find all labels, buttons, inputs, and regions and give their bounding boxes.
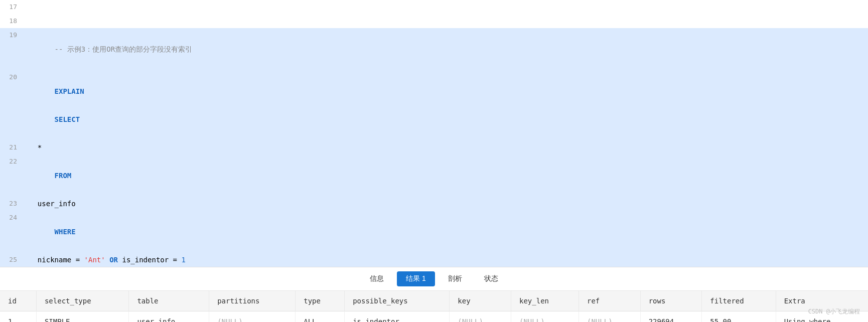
keyword-or: OR — [109, 256, 118, 264]
line-content-20: EXPLAIN SELECT — [25, 70, 868, 140]
line-content-23: user_info — [25, 197, 868, 211]
line-content-21: * — [25, 140, 868, 154]
line-content-24: WHERE — [25, 211, 868, 253]
line-content-22: FROM — [25, 154, 868, 197]
line-num-19: 19 — [0, 28, 25, 70]
keyword-select: SELECT — [55, 115, 80, 123]
code-editor: 17 18 19 -- 示例3：使用OR查询的部分字段没有索引 20 EXPLA… — [0, 0, 868, 267]
col-ref: ref — [579, 291, 641, 311]
cell-key-len: (NULL) — [511, 311, 578, 323]
col-rows: rows — [640, 291, 702, 311]
code-line-20: 20 EXPLAIN SELECT — [0, 70, 868, 140]
string-ant: 'Ant' — [84, 256, 105, 264]
cell-id: 1 — [0, 311, 36, 323]
results-toolbar: 信息 结果 1 剖析 状态 — [0, 267, 868, 291]
line-num-21: 21 — [0, 140, 25, 154]
code-line-18: 18 — [0, 14, 868, 28]
watermark: CSDN @小飞龙编程 — [808, 307, 860, 316]
cell-rows: 229694 — [640, 311, 702, 323]
cell-partitions: (NULL) — [209, 311, 296, 323]
keyword-explain: EXPLAIN — [55, 87, 84, 95]
cell-filtered: 55.00 — [702, 311, 776, 323]
col-key: key — [450, 291, 511, 311]
tab-status[interactable]: 状态 — [475, 271, 507, 286]
col-type: type — [296, 291, 345, 311]
code-line-25: 25 nickname = 'Ant' OR is_indentor = 1 — [0, 253, 868, 267]
cell-key: (NULL) — [450, 311, 511, 323]
line-content-18 — [25, 14, 868, 28]
tab-result1[interactable]: 结果 1 — [397, 271, 435, 286]
cell-ref: (NULL) — [579, 311, 641, 323]
col-filtered: filtered — [702, 291, 776, 311]
code-line-23: 23 user_info — [0, 197, 868, 211]
keyword-from: FROM — [55, 172, 72, 180]
code-line-21: 21 * — [0, 140, 868, 154]
line-num-22: 22 — [0, 154, 25, 197]
line-num-25: 25 — [0, 253, 25, 267]
line-num-24: 24 — [0, 211, 25, 253]
line-content-19: -- 示例3：使用OR查询的部分字段没有索引 — [25, 28, 868, 70]
tab-info[interactable]: 信息 — [361, 271, 393, 286]
code-line-24: 24 WHERE — [0, 211, 868, 253]
line-content-25: nickname = 'Ant' OR is_indentor = 1 — [25, 253, 868, 267]
tab-analyze[interactable]: 剖析 — [439, 271, 471, 286]
col-partitions: partitions — [209, 291, 296, 311]
cell-table: user_info — [129, 311, 209, 323]
cell-possible-keys: is_indentor — [345, 311, 450, 323]
keyword-where: WHERE — [55, 228, 76, 236]
line-num-23: 23 — [0, 197, 25, 211]
cell-select-type: SIMPLE — [36, 311, 128, 323]
code-line-17: 17 — [0, 0, 868, 14]
code-line-22: 22 FROM — [0, 154, 868, 197]
line-num-17: 17 — [0, 0, 25, 14]
col-table: table — [129, 291, 209, 311]
line-num-18: 18 — [0, 14, 25, 28]
col-select-type: select_type — [36, 291, 128, 311]
cell-type: ALL — [296, 311, 345, 323]
comment-text: -- 示例3：使用OR查询的部分字段没有索引 — [55, 45, 193, 53]
table-header-row: id select_type table partitions type pos… — [0, 291, 868, 311]
results-table: id select_type table partitions type pos… — [0, 291, 868, 322]
code-line-19: 19 -- 示例3：使用OR查询的部分字段没有索引 — [0, 28, 868, 70]
col-possible-keys: possible_keys — [345, 291, 450, 311]
line-content-17 — [25, 0, 868, 14]
number-1: 1 — [181, 256, 185, 264]
results-table-container: id select_type table partitions type pos… — [0, 291, 868, 322]
line-num-20: 20 — [0, 70, 25, 140]
col-id: id — [0, 291, 36, 311]
col-key-len: key_len — [511, 291, 578, 311]
table-row: 1 SIMPLE user_info (NULL) ALL is_indento… — [0, 311, 868, 323]
